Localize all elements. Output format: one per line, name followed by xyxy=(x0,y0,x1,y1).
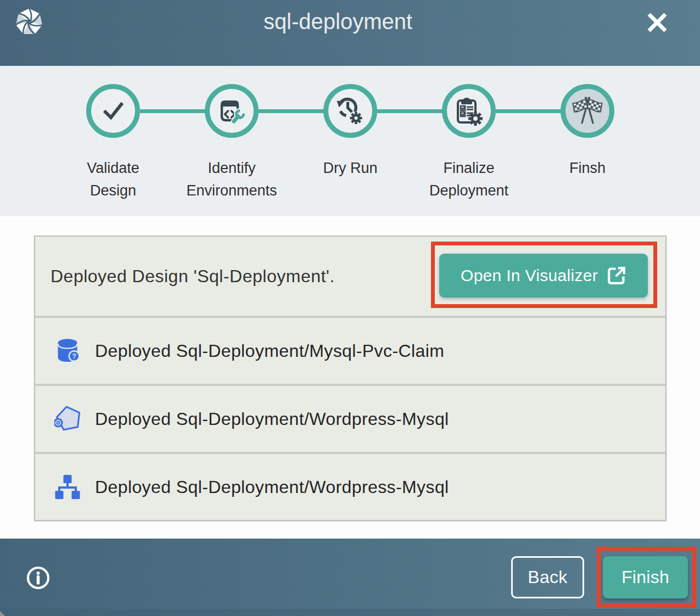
open-in-visualizer-button[interactable]: Open In Visualizer xyxy=(439,254,648,298)
close-icon[interactable] xyxy=(647,12,668,33)
deployment-result-text: Deployed Sql-Deployment/Wordpress-Mysql xyxy=(95,477,449,497)
design-result-row: Deployed Design 'Sql-Deployment'. Open I… xyxy=(35,237,665,316)
step-identify-environments[interactable]: Identify Environments xyxy=(172,84,291,202)
checkered-flags-icon xyxy=(570,95,604,127)
step-finalize-deployment[interactable]: Finalize Deployment xyxy=(410,84,528,202)
deployment-result-row: Deployed Sql-Deployment/Wordpress-Mysql xyxy=(35,386,665,452)
check-icon xyxy=(99,97,127,125)
database-icon: ? xyxy=(54,338,81,364)
step-finsh[interactable]: Finsh xyxy=(528,84,647,180)
step-label: Finalize Deployment xyxy=(410,157,528,202)
dialog-title: sql-deployment xyxy=(0,9,688,34)
external-link-icon xyxy=(607,266,626,285)
deployment-stepper: Validate Design Identify Environments xyxy=(0,66,700,216)
finish-button[interactable]: Finish xyxy=(603,556,688,598)
step-label: Identify Environments xyxy=(172,157,291,202)
step-circle xyxy=(561,84,614,138)
pentagon-icon xyxy=(54,406,81,432)
footer-bottom-strip xyxy=(0,609,700,616)
step-label: Validate Design xyxy=(54,157,172,202)
step-dry-run[interactable]: Dry Run xyxy=(291,84,410,180)
step-label: Dry Run xyxy=(291,157,410,180)
topology-icon xyxy=(54,474,81,500)
dialog-header: sql-deployment xyxy=(0,0,700,66)
step-circle xyxy=(442,84,496,138)
step-circle xyxy=(323,84,377,138)
deployment-results-list: Deployed Design 'Sql-Deployment'. Open I… xyxy=(34,236,667,521)
dialog-footer xyxy=(0,539,700,616)
back-button[interactable]: Back xyxy=(511,556,584,598)
design-result-text: Deployed Design 'Sql-Deployment'. xyxy=(51,266,335,287)
deployment-result-row: ? Deployed Sql-Deployment/Mysql-Pvc-Clai… xyxy=(35,318,665,384)
deployment-result-text: Deployed Sql-Deployment/Mysql-Pvc-Claim xyxy=(95,341,444,361)
info-icon[interactable] xyxy=(26,566,50,590)
open-in-visualizer-label: Open In Visualizer xyxy=(461,266,598,285)
code-window-wrench-icon xyxy=(216,96,247,126)
svg-text:?: ? xyxy=(72,352,76,360)
deployment-result-row: Deployed Sql-Deployment/Wordpress-Mysql xyxy=(35,454,665,520)
history-gear-icon xyxy=(335,96,366,126)
step-circle xyxy=(86,84,140,138)
step-circle xyxy=(205,84,259,138)
step-validate-design[interactable]: Validate Design xyxy=(54,84,172,202)
deployment-result-text: Deployed Sql-Deployment/Wordpress-Mysql xyxy=(95,409,449,429)
step-label: Finsh xyxy=(528,157,647,180)
clipboard-gear-icon xyxy=(453,96,484,126)
